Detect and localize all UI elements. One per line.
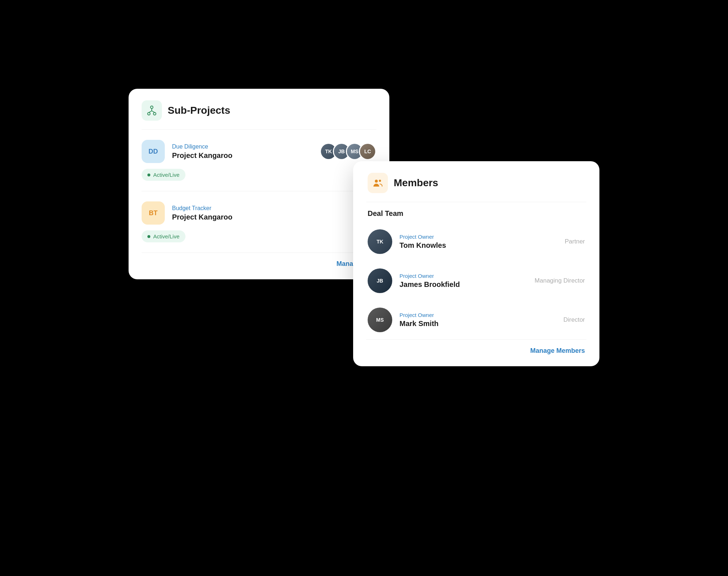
subprojects-card: Sub-Projects DD Due Diligence Project Ka… xyxy=(129,89,389,279)
fork-icon xyxy=(146,105,158,116)
status-dot-bt xyxy=(147,235,150,238)
member-item-james: JB Project Owner James Brookfield Managi… xyxy=(353,261,599,300)
member-info-mark: Project Owner Mark Smith xyxy=(399,312,556,328)
project-name-dd: Project Kangaroo xyxy=(172,151,233,160)
project-name-bt: Project Kangaroo xyxy=(172,213,233,221)
member-avatar-james: JB xyxy=(368,268,392,293)
badge-dd: DD xyxy=(142,140,165,163)
member-avatar-mark: MS xyxy=(368,308,392,332)
member-avatar-tom: TK xyxy=(368,229,392,254)
svg-point-1 xyxy=(148,113,150,115)
member-item-tom: TK Project Owner Tom Knowles Partner xyxy=(353,222,599,261)
status-badge-dd: Active/Live xyxy=(142,169,185,181)
manage-subprojects-link[interactable]: Manage Su... xyxy=(129,253,389,279)
project-info-bt: Budget Tracker Project Kangaroo xyxy=(172,205,233,221)
members-icon xyxy=(372,177,384,189)
project-item-bt: BT Budget Tracker Project Kangaroo Activ… xyxy=(129,191,389,252)
status-badge-bt: Active/Live xyxy=(142,230,185,242)
avatar-stack-dd: TK JB MS LC xyxy=(320,143,376,160)
member-title-james: Managing Director xyxy=(535,277,585,284)
member-name-tom: Tom Knowles xyxy=(399,241,557,250)
svg-point-2 xyxy=(154,113,156,115)
subprojects-icon-box xyxy=(142,100,162,121)
svg-point-7 xyxy=(379,180,381,182)
member-info-tom: Project Owner Tom Knowles xyxy=(399,234,557,250)
member-role-james: Project Owner xyxy=(399,273,527,279)
project-item-dd: DD Due Diligence Project Kangaroo TK JB xyxy=(129,130,389,191)
member-info-james: Project Owner James Brookfield xyxy=(399,273,527,289)
project-category-bt: Budget Tracker xyxy=(172,205,233,212)
project-category-dd: Due Diligence xyxy=(172,143,233,150)
member-title-tom: Partner xyxy=(565,238,585,245)
svg-line-4 xyxy=(149,111,152,113)
project-info-dd: Due Diligence Project Kangaroo xyxy=(172,143,233,160)
members-icon-box xyxy=(368,173,388,193)
svg-line-5 xyxy=(152,111,155,113)
member-role-mark: Project Owner xyxy=(399,312,556,318)
member-item-mark: MS Project Owner Mark Smith Director xyxy=(353,300,599,339)
svg-point-0 xyxy=(151,106,153,109)
manage-members-link[interactable]: Manage Members xyxy=(353,340,599,366)
member-name-james: James Brookfield xyxy=(399,280,527,289)
subprojects-title: Sub-Projects xyxy=(168,105,230,116)
deal-team-label: Deal Team xyxy=(353,202,599,222)
status-dot-dd xyxy=(147,174,150,176)
avatar-4: LC xyxy=(359,143,376,160)
members-card: Members Deal Team TK Project Owner Tom K… xyxy=(353,161,599,366)
svg-point-6 xyxy=(375,180,378,183)
members-title: Members xyxy=(394,177,438,189)
member-title-mark: Director xyxy=(563,316,585,324)
member-name-mark: Mark Smith xyxy=(399,320,556,328)
members-header: Members xyxy=(353,161,599,202)
badge-bt: BT xyxy=(142,201,165,225)
member-role-tom: Project Owner xyxy=(399,234,557,240)
